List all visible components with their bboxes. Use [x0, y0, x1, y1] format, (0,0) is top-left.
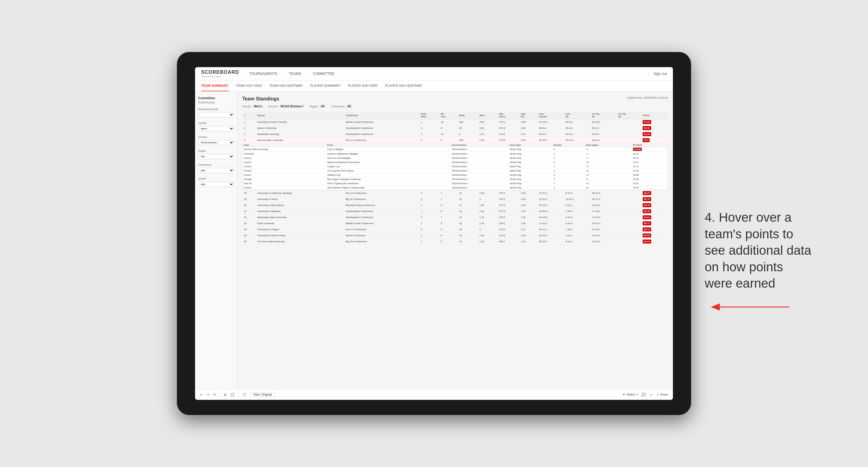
content-header: Team Standings Update time: 13/03/2024 1… [242, 96, 668, 102]
sidebar-select-school[interactable]: (All) [198, 182, 234, 187]
sidebar-select-region[interactable]: N/A [198, 154, 234, 159]
sidebar-label-conference: Conference [198, 163, 234, 166]
share-icon: ↗ [656, 393, 659, 396]
sidebar-select-gender[interactable]: Men's [198, 126, 234, 131]
standings-title: Team Standings [242, 96, 279, 102]
points-cell[interactable]: 88.14 [643, 227, 651, 231]
share-button[interactable]: ↗ Share [656, 393, 668, 396]
inner-table-row: Univers Amer An Intercollegiate NCAA Div… [243, 156, 668, 160]
refresh-icon[interactable]: ↻ [213, 393, 216, 397]
top-nav: SCOREBOARD Powered by clippd TOURNAMENTS… [195, 67, 673, 81]
table-row[interactable]: 3 Vanderbilt University Southeastern Con… [243, 131, 668, 137]
main-content: Committee Portal Review Minimum Rounds G… [195, 91, 673, 389]
table-row[interactable]: 18 University of California, Berkeley Pa… [243, 190, 668, 196]
svg-marker-1 [711, 303, 720, 311]
points-cell[interactable]: 88.49 [643, 203, 651, 207]
table-row[interactable]: 1 University of North Carolina Atlantic … [243, 119, 668, 125]
filter-region: Region: All [309, 105, 324, 108]
points-cell[interactable]: 93.31 [643, 126, 651, 130]
col-low-all: LowAll [564, 112, 590, 119]
tab-player-summary[interactable]: PLAYER SUMMARY [310, 81, 341, 91]
chevron-down-icon: ▾ [636, 393, 638, 396]
col-adj-score: Adj.Score [497, 112, 519, 119]
table-row[interactable]: 24 University of Oregon Pac-12 Conferenc… [243, 226, 668, 232]
nav-items: TOURNAMENTS TEAMS COMMITTEE [248, 67, 648, 81]
points-cell[interactable]: 88.07 [643, 191, 651, 195]
points-cell[interactable]: 83.81 [643, 215, 651, 219]
comment-icon[interactable]: 💬 [642, 393, 646, 397]
expand-icon[interactable]: ⤢ [650, 393, 653, 397]
points-cell[interactable]: 90.20 [643, 132, 651, 136]
points-cell[interactable]: 88.70 [643, 197, 651, 201]
filter-row: Gender: Men's Division: NCAA Division I … [242, 105, 668, 108]
col-conference: Conference [344, 112, 420, 119]
tab-team-h2h-heatmap[interactable]: TEAM H2H HEATMAP [269, 81, 303, 91]
sidebar-header: Committee [198, 96, 234, 100]
sidebar-label-division: Division [198, 135, 234, 138]
inner-table: Team Event Event Division Event Type Rou… [243, 143, 668, 190]
sidebar-select-min-rounds[interactable] [198, 112, 234, 117]
col-conf-rank: ConfRank [419, 112, 439, 119]
tab-team-summary[interactable]: TEAM SUMMARY [201, 81, 229, 91]
table-row[interactable]: 20 University of New Mexico Mountain Wes… [243, 203, 668, 208]
filter-division: Division: NCAA Division I [268, 105, 303, 108]
col-low-overall: LowOverall [537, 112, 564, 119]
sidebar: Committee Portal Review Minimum Rounds G… [195, 91, 238, 389]
view-original-button[interactable]: View: Original [250, 392, 275, 397]
table-row[interactable]: 21 University of Alabama Southeastern Co… [243, 208, 668, 214]
points-cell[interactable]: 80.94 [643, 240, 651, 244]
sidebar-label-school: School [198, 177, 234, 180]
nav-tournaments[interactable]: TOURNAMENTS [248, 67, 279, 81]
table-row[interactable]: 22 Mississippi State University Southeas… [243, 214, 668, 220]
paste-icon[interactable]: 📋 [230, 393, 235, 397]
toolbar-right: 👁 Watch ▾ 💬 ⤢ ↗ Share [622, 393, 668, 397]
col-bnds: Bnds [458, 112, 478, 119]
content-area: Team Standings Update time: 13/03/2024 1… [238, 91, 673, 389]
col-avg-sg: Avg.SG [519, 112, 537, 119]
tab-player-h2h-grid[interactable]: PLAYER H2H GRID [348, 81, 378, 91]
sidebar-select-conference[interactable]: (All) [198, 168, 234, 173]
table-row[interactable]: 19 University of Texas Big 12 Conference… [243, 196, 668, 203]
points-cell[interactable]: 88.71 [643, 221, 651, 225]
inner-table-row: East Ter OFCC Fighting Illini Invitation… [243, 182, 668, 186]
col-points: Points [641, 112, 668, 119]
table-row[interactable]: 23 Duke University Atlantic Coast Confer… [243, 220, 668, 226]
sub-nav: TEAM SUMMARY TEAM H2H GRID TEAM H2H HEAT… [195, 81, 673, 91]
inner-table-row: Univers Copper Cup NCAA Division I Match… [243, 164, 668, 169]
table-row[interactable]: 25 University of North Florida ASUN Conf… [243, 232, 668, 239]
table-row[interactable]: 26 The Ohio State University Big Ten Con… [243, 239, 668, 245]
points-cell-highlighted[interactable]: 78.5 [643, 138, 650, 142]
logo-subtitle: Powered by clippd [201, 75, 239, 78]
inner-table-row: Arizona State University Cabo Collegiate… [243, 147, 668, 152]
bottom-toolbar: ↩ ↪ ↻ ⧉ 📋 🕐 View: Original 👁 Watch ▾ 💬 ⤢… [195, 389, 673, 400]
sidebar-label-region: Region [198, 149, 234, 152]
watch-button[interactable]: 👁 Watch ▾ [622, 393, 638, 396]
copy-icon[interactable]: ⧉ [224, 393, 226, 397]
annotation-text: 4. Hover over a team's points to see add… [705, 209, 813, 292]
tab-player-h2h-heatmap[interactable]: PLAYER H2H HEATMAP [385, 81, 422, 91]
inner-table-row: University Southern Highlands Collegiate… [243, 152, 668, 156]
sign-out-button[interactable]: Sign out [648, 72, 667, 76]
redo-icon[interactable]: ↪ [207, 393, 210, 397]
points-cell[interactable]: 88.48 [643, 209, 651, 213]
expanded-row: Team Event Event Division Event Type Rou… [243, 143, 668, 190]
table-row-highlighted[interactable]: 4 Arizona State University Pac-12 Confer… [243, 137, 668, 143]
toolbar-divider-2 [238, 392, 239, 398]
points-cell[interactable]: 97.02 [643, 120, 651, 124]
points-cell[interactable]: 83.89 [643, 234, 651, 238]
filter-conference: Conference: All [331, 105, 351, 108]
table-row[interactable]: 2 Auburn University Southeastern Confere… [243, 125, 668, 131]
nav-committee[interactable]: COMMITTEE [311, 67, 336, 81]
tablet-screen: SCOREBOARD Powered by clippd TOURNAMENTS… [195, 67, 673, 400]
clock-icon[interactable]: 🕐 [242, 393, 247, 397]
sidebar-select-division[interactable]: NCAA Division I [198, 140, 234, 145]
logo-area: SCOREBOARD Powered by clippd [201, 69, 239, 78]
inner-table-row: Univers 2023 Sahalee Players Championshi… [243, 186, 668, 190]
col-school: School [256, 112, 344, 119]
nav-teams[interactable]: TEAMS [288, 67, 303, 81]
eye-icon: 👁 [622, 393, 625, 396]
update-time: Update time: 13/03/2024 10:03:42 [627, 96, 668, 99]
col-vs-top25: Vs Top25 [590, 112, 617, 119]
tab-team-h2h-grid[interactable]: TEAM H2H GRID [236, 81, 262, 91]
undo-icon[interactable]: ↩ [200, 393, 203, 397]
